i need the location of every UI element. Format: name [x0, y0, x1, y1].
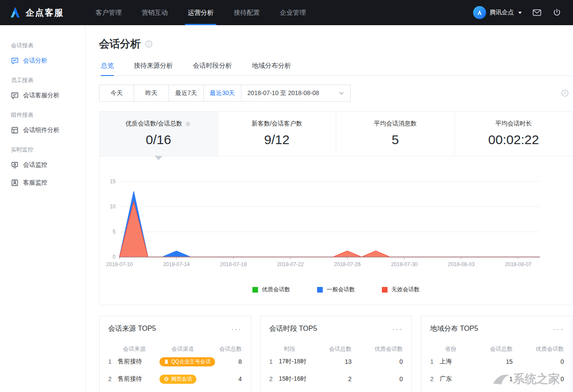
card-title: 地域分布 TOP5: [430, 324, 478, 333]
nav-item-1[interactable]: 营销互动: [132, 0, 178, 25]
table-row: 2广东10: [430, 370, 564, 388]
overview-panel: 优质会话数/会话总数0/16新客数/会话客户数9/12平均会话消息数5平均会话时…: [99, 111, 573, 305]
stats-row: 优质会话数/会话总数0/16新客数/会话客户数9/12平均会话消息数5平均会话时…: [99, 112, 573, 156]
logout-icon[interactable]: [552, 8, 562, 17]
top5-card-0: 会话来源 TOP5···会话来源会话渠道会话总数1售前接待QQ企业主号会话82售…: [99, 316, 251, 392]
date-range-picker[interactable]: 2018-07-10 至 2018-08-08: [241, 85, 351, 102]
legend-swatch: [317, 287, 323, 293]
svg-text:15: 15: [110, 178, 116, 184]
stat-label: 平均会话时长: [455, 120, 573, 128]
card-title: 会话时段 TOP5: [269, 324, 317, 333]
sidebar-item-component[interactable]: 会话组件分析: [0, 121, 85, 139]
gear-icon[interactable]: [185, 121, 191, 127]
date-filter-group: 今天昨天最近7天最近30天: [99, 85, 242, 102]
svg-text:10: 10: [110, 204, 116, 210]
agent-monitor-icon: [11, 179, 19, 187]
stat-card-2[interactable]: 平均会话消息数5: [336, 112, 455, 156]
tab-2[interactable]: 会话时段分析: [193, 62, 232, 76]
date-filter-3[interactable]: 最近30天: [203, 85, 242, 102]
top5-cards: 会话来源 TOP5···会话来源会话渠道会话总数1售前接待QQ企业主号会话82售…: [99, 316, 573, 392]
account-menu[interactable]: 腾讯企点: [473, 6, 522, 19]
sessions-chart: 0510152018-07-102018-07-142018-07-182018…: [99, 170, 566, 274]
chevron-down-icon: [339, 92, 344, 95]
tab-0[interactable]: 总览: [101, 62, 114, 76]
sidebar: 会话报表会话分析员工报表会话客服分析组件报表会话组件分析实时监控会话监控客服监控: [0, 25, 86, 392]
sidebar-section-title: 组件报表: [0, 111, 85, 119]
sidebar-item-chat-agent[interactable]: 会话客服分析: [0, 86, 85, 104]
stat-value: 00:02:22: [455, 132, 573, 147]
table-row: 117时-18时130: [269, 353, 403, 370]
more-menu-icon[interactable]: ···: [231, 327, 242, 331]
more-menu-icon[interactable]: ···: [392, 327, 403, 331]
stat-value: 9/12: [218, 132, 336, 147]
sidebar-section-title: 员工报表: [0, 76, 85, 84]
legend-item[interactable]: 一般会话数: [317, 286, 355, 293]
nav-item-4[interactable]: 企业管理: [270, 0, 316, 25]
brand-name: 企点客服: [26, 7, 64, 19]
legend-label: 无效会话数: [391, 286, 420, 293]
table-row: 1上海150: [430, 353, 564, 370]
svg-text:2018-07-18: 2018-07-18: [220, 261, 247, 267]
nav-item-2[interactable]: 运营分析: [178, 0, 224, 25]
date-filter-0[interactable]: 今天: [99, 85, 134, 102]
sidebar-section: 实时监控会话监控客服监控: [0, 146, 85, 191]
nav-item-3[interactable]: 接待配置: [224, 0, 270, 25]
sidebar-item-label: 会话组件分析: [23, 126, 60, 134]
top-navbar: 企点客服 客户管理营销互动运营分析接待配置企业管理 腾讯企点: [0, 0, 573, 25]
brand[interactable]: 企点客服: [9, 0, 64, 25]
top-nav-menu: 客户管理营销互动运营分析接待配置企业管理: [86, 0, 316, 25]
sidebar-item-monitor[interactable]: 会话监控: [0, 156, 85, 174]
tab-3[interactable]: 地域分布分析: [252, 62, 291, 76]
channel-badge: 网页会话: [159, 375, 196, 384]
stat-label: 优质会话数/会话总数: [99, 120, 218, 128]
legend-item[interactable]: 优质会话数: [252, 286, 290, 293]
stat-card-3[interactable]: 平均会话时长00:02:22: [455, 112, 573, 156]
svg-text:5: 5: [113, 229, 116, 235]
main-content: 会话分析 总览接待来源分析会话时段分析地域分布分析 今天昨天最近7天最近30天 …: [86, 25, 573, 392]
layout: 会话报表会话分析员工报表会话客服分析组件报表会话组件分析实时监控会话监控客服监控…: [0, 25, 573, 392]
stat-card-0[interactable]: 优质会话数/会话总数0/16: [99, 112, 218, 156]
stat-label: 平均会话消息数: [336, 120, 454, 128]
component-icon: [11, 126, 19, 134]
monitor-icon: [11, 161, 19, 169]
globe-icon: [164, 376, 169, 382]
svg-text:2018-07-26: 2018-07-26: [334, 261, 361, 267]
svg-text:0: 0: [113, 254, 116, 260]
svg-text:2018-07-14: 2018-07-14: [163, 261, 190, 267]
legend-label: 一般会话数: [327, 286, 355, 293]
stat-card-1[interactable]: 新客数/会话客户数9/12: [218, 112, 337, 156]
sidebar-section: 会话报表会话分析: [0, 42, 85, 69]
sidebar-section: 组件报表会话组件分析: [0, 111, 85, 139]
stat-value: 5: [336, 132, 454, 147]
mail-icon[interactable]: [532, 8, 542, 17]
card-head: 地域分布 TOP5···: [430, 324, 564, 333]
analysis-tabs: 总览接待来源分析会话时段分析地域分布分析: [99, 62, 573, 76]
sidebar-item-label: 客服监控: [23, 179, 47, 187]
svg-text:2018-08-07: 2018-08-07: [505, 261, 532, 267]
chart-legend: 优质会话数一般会话数无效会话数: [99, 286, 573, 293]
topnav-right: 腾讯企点: [473, 0, 562, 25]
filter-info-icon[interactable]: [561, 89, 569, 97]
sidebar-item-chat-chart[interactable]: 会话分析: [0, 52, 85, 69]
sidebar-item-agent-monitor[interactable]: 客服监控: [0, 174, 85, 191]
date-range-value: 2018-07-10 至 2018-08-08: [248, 89, 319, 97]
chat-chart-icon: [11, 57, 19, 65]
more-menu-icon[interactable]: ···: [553, 327, 564, 331]
sidebar-item-label: 会话客服分析: [23, 92, 60, 99]
sidebar-section-title: 会话报表: [0, 42, 85, 49]
svg-text:2018-07-22: 2018-07-22: [277, 261, 304, 267]
date-filter-2[interactable]: 最近7天: [169, 85, 204, 102]
tab-1[interactable]: 接待来源分析: [134, 62, 173, 76]
channel-badge: QQ企业主号会话: [159, 357, 215, 366]
legend-item[interactable]: 无效会话数: [382, 286, 420, 293]
sidebar-section-title: 实时监控: [0, 146, 85, 154]
page-info-icon[interactable]: [145, 40, 152, 48]
top5-card-2: 地域分布 TOP5···省份会话总数优质会话数1上海1502广东10: [421, 316, 573, 392]
date-filter-1[interactable]: 昨天: [134, 85, 169, 102]
avatar: [473, 6, 486, 19]
table-header: 省份会话总数优质会话数: [430, 345, 564, 353]
table-header: 时段会话总数优质会话数: [269, 345, 403, 353]
legend-swatch: [252, 287, 258, 293]
stat-value: 0/16: [99, 132, 218, 147]
nav-item-0[interactable]: 客户管理: [86, 0, 132, 25]
